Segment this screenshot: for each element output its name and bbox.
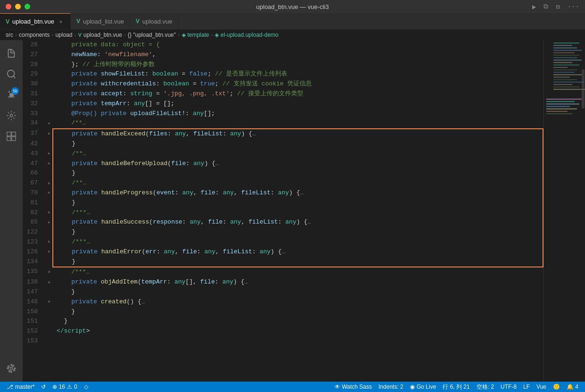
breadcrumb-element[interactable]: ◈ el-upload.upload-demo [215,32,278,38]
status-encoding[interactable]: UTF-8 [498,382,519,392]
fold-icon[interactable] [45,99,53,109]
svg-rect-22 [553,74,582,75]
line-number: 123 [23,237,45,247]
tab-upload[interactable]: V upload.vue [130,13,179,29]
status-info[interactable]: ◇ [81,382,91,392]
status-line-col[interactable]: 行 6, 列 21 [440,382,472,392]
fold-icon[interactable] [45,69,53,79]
maximize-button[interactable] [25,4,30,9]
status-sync[interactable]: ↺ [38,382,49,392]
open-remote-icon[interactable]: ⧉ [543,3,548,11]
fold-icon[interactable] [45,326,53,336]
code-container[interactable]: 26 private data: object = { 27 newName: … [23,40,543,382]
code-content: private accept: string = '.jpg, .png, .t… [53,89,543,99]
activity-files[interactable] [2,44,21,63]
notification-icon: 🔔 4 [567,384,578,390]
fold-icon[interactable] [45,168,53,178]
breadcrumb-upload-dir[interactable]: upload [55,32,72,38]
fold-icon[interactable]: + [45,297,53,307]
fold-icon[interactable]: + [45,217,53,227]
breadcrumb-object[interactable]: {} "upload_btn.vue" [128,32,176,38]
fold-icon[interactable]: + [45,208,53,218]
svg-rect-33 [546,106,570,107]
line-number: 147 [23,287,45,297]
warning-count: 0 [74,384,77,390]
tab-close-icon[interactable]: × [57,18,65,25]
code-content: private handleBeforeUpload(file: any) {… [53,159,543,169]
tab-upload-list[interactable]: V upload_list.vue [71,13,130,29]
minimap[interactable] [543,40,585,382]
run-icon[interactable]: ▶ [532,3,536,11]
table-row: 34 + /**… [23,118,543,129]
breadcrumb-components[interactable]: components [19,32,50,38]
smiley-icon: 🙂 [553,384,560,390]
info-icon: ◇ [84,384,88,390]
fold-icon[interactable] [45,79,53,89]
activity-debug[interactable] [2,106,21,125]
fold-icon[interactable] [45,109,53,119]
more-actions-icon[interactable]: ··· [568,3,579,11]
fold-icon[interactable] [45,198,53,208]
status-bar: ⎇ master* ↺ ⊗ 16 ⚠ 0 ◇ 👁 Watch Sass Inde… [0,382,585,392]
fold-icon[interactable]: + [45,129,53,139]
line-ending-label: LF [523,384,530,390]
code-content: } [53,168,543,178]
line-number: 151 [23,317,45,326]
line-number: 33 [23,109,45,119]
fold-icon[interactable] [45,139,53,149]
code-content: /***… [53,267,543,277]
fold-icon[interactable] [45,60,53,70]
code-content: /**… [53,118,543,129]
breadcrumb-file[interactable]: upload_btn.vue [84,32,122,38]
fold-icon[interactable] [45,40,53,50]
minimize-button[interactable] [15,4,21,9]
activity-settings[interactable] [2,359,21,378]
status-errors[interactable]: ⊗ 16 ⚠ 0 [50,382,80,392]
svg-rect-20 [553,69,577,70]
fold-icon[interactable]: + [45,149,53,159]
line-number: 27 [23,50,45,60]
activity-source-control[interactable]: 5k [2,85,21,104]
code-content: private handleProgress(event: any, file:… [53,188,543,198]
fold-icon[interactable] [45,257,53,267]
status-indents[interactable]: Indents: 2 [376,382,406,392]
fold-icon[interactable]: + [45,178,53,188]
activity-search[interactable] [2,65,21,83]
fold-icon[interactable]: + [45,267,53,277]
table-row: 29 private showFileList: boolean = false… [23,69,543,79]
table-row: 31 private accept: string = '.jpg, .png,… [23,89,543,99]
code-content: } [53,257,543,267]
fold-icon[interactable]: + [45,237,53,247]
line-number: 148 [23,297,45,307]
fold-icon[interactable]: + [45,277,53,287]
vue-icon: V [76,18,80,25]
close-button[interactable] [6,4,11,9]
fold-icon[interactable] [45,336,53,346]
breadcrumb-src[interactable]: src [6,32,13,38]
status-line-ending[interactable]: LF [520,382,533,392]
fold-icon[interactable]: + [45,118,53,129]
fold-icon[interactable]: + [45,159,53,169]
status-spaces[interactable]: 空格: 2 [474,382,497,392]
fold-icon[interactable] [45,50,53,60]
fold-icon[interactable] [45,317,53,326]
split-editor-icon[interactable]: ⊟ [556,3,560,11]
fold-icon[interactable] [45,227,53,237]
fold-icon[interactable]: + [45,188,53,198]
status-notification[interactable]: 🔔 4 [564,382,581,392]
status-smiley[interactable]: 🙂 [550,382,563,392]
status-branch[interactable]: ⎇ master* [4,382,37,392]
fold-icon[interactable] [45,287,53,297]
status-watch-sass[interactable]: 👁 Watch Sass [332,382,375,392]
table-row: 85 + private handleSuccess(response: any… [23,217,543,227]
breadcrumb-template[interactable]: ◈ template [182,32,209,38]
tab-upload-btn[interactable]: V upload_btn.vue × [0,13,71,29]
fold-icon[interactable]: + [45,247,53,257]
fold-icon[interactable] [45,89,53,99]
activity-extensions[interactable] [2,127,21,146]
status-go-live[interactable]: ◉ Go Live [407,382,439,392]
code-content: private handleSuccess(response: any, fil… [53,217,543,227]
fold-icon[interactable] [45,307,53,317]
status-language[interactable]: Vue [534,382,549,392]
svg-point-2 [10,114,13,117]
